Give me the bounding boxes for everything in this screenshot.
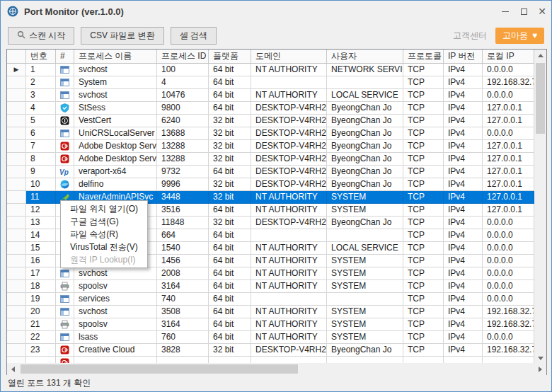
cell-domain[interactable] (251, 76, 327, 89)
cell-protocol[interactable]: TCP (403, 242, 444, 255)
cell-local_ip[interactable]: 0.0.0.0 (483, 127, 534, 140)
cell-pid[interactable]: 13288 (157, 153, 209, 166)
cell-platform[interactable]: 64 bit (209, 64, 251, 76)
default-app-icon[interactable] (56, 267, 74, 280)
adobe-icon[interactable] (56, 344, 74, 357)
context-menu-item[interactable]: 파일 위치 열기(O) (61, 202, 147, 215)
row-selector[interactable] (7, 344, 26, 357)
cell-name[interactable]: Creative Cloud (74, 344, 157, 357)
cell-platform[interactable]: 32 bit (209, 191, 251, 204)
printer-icon[interactable] (56, 280, 74, 293)
table-row[interactable]: 23Creative Cloud382832 bitDESKTOP-V4RH2F… (7, 344, 534, 357)
cell-user[interactable]: SYSTEM (327, 306, 403, 318)
cell-domain[interactable]: NT AUTHORITY (251, 306, 327, 318)
cell-no[interactable]: 3 (26, 89, 56, 102)
cell-domain[interactable]: NT AUTHORITY (251, 64, 327, 76)
cell-ip_version[interactable]: IPv4 (444, 166, 483, 178)
scroll-right-button[interactable] (534, 363, 546, 375)
cell-no[interactable]: 9 (26, 166, 56, 178)
row-selector[interactable] (7, 217, 26, 229)
cell-search-button[interactable]: 셀 검색 (171, 27, 217, 45)
cell-pid[interactable]: 1456 (157, 255, 209, 267)
scroll-up-button[interactable] (534, 50, 546, 62)
support-center-link[interactable]: 고객센터 (453, 30, 487, 42)
cell-platform[interactable]: 64 bit (209, 89, 251, 102)
cell-protocol[interactable]: TCP (403, 64, 444, 76)
cell-local_ip[interactable]: 127.0.0.1 (483, 166, 534, 178)
table-row[interactable]: ▶1svchost10064 bitNT AUTHORITYNETWORK SE… (7, 64, 534, 76)
cell-local_ip[interactable]: 0.0.0.0 (483, 255, 534, 267)
cell-ip_version[interactable]: IPv4 (444, 204, 483, 217)
cell-local_ip[interactable]: 127.0.0.1 (483, 140, 534, 153)
cell-domain[interactable]: NT AUTHORITY (251, 89, 327, 102)
horizontal-scrollbar[interactable] (7, 363, 546, 375)
cell-no[interactable]: 5 (26, 115, 56, 127)
row-selector[interactable] (7, 255, 26, 267)
cell-platform[interactable]: 32 bit (209, 140, 251, 153)
cell-no[interactable]: 6 (26, 127, 56, 140)
cell-no[interactable]: 18 (26, 280, 56, 293)
csv-convert-button[interactable]: CSV 파일로 변환 (81, 27, 163, 45)
cell-platform[interactable] (209, 357, 251, 363)
cell-user[interactable]: ByeongChan Jo (327, 127, 403, 140)
table-row[interactable]: 10delfino999632 bitDESKTOP-V4RH2FTByeong… (7, 178, 534, 191)
cell-ip_version[interactable]: IPv4 (444, 178, 483, 191)
cell-user[interactable]: SYSTEM (327, 191, 403, 204)
cell-no[interactable]: 19 (26, 293, 56, 306)
cell-name[interactable]: System (74, 76, 157, 89)
default-app-icon[interactable] (56, 306, 74, 318)
column-header-local_ip[interactable]: 로컬 IP (483, 50, 534, 63)
cell-protocol[interactable]: TCP (403, 191, 444, 204)
column-header-name[interactable]: 프로세스 이름 (74, 50, 157, 63)
row-selector[interactable] (7, 115, 26, 127)
cell-no[interactable]: 16 (26, 255, 56, 267)
vertical-scroll-thumb[interactable] (536, 63, 545, 134)
column-header-ip_version[interactable]: IP 버전 (444, 50, 483, 63)
row-selector[interactable] (7, 357, 26, 363)
cell-pid[interactable]: 3828 (157, 344, 209, 357)
cell-domain[interactable]: NT AUTHORITY (251, 318, 327, 331)
row-selector[interactable] (7, 242, 26, 255)
table-row[interactable]: 21spoolsv316464 bitNT AUTHORITYSYSTEMTCP… (7, 318, 534, 331)
cell-name[interactable]: UniCRSLocalServer (74, 127, 157, 140)
cell-platform[interactable]: 64 bit (209, 242, 251, 255)
adobe-icon[interactable] (56, 140, 74, 153)
cell-protocol[interactable]: TCP (403, 153, 444, 166)
cell-pid[interactable] (157, 357, 209, 363)
cell-ip_version[interactable]: IPv4 (444, 318, 483, 331)
cell-local_ip[interactable]: 0.0.0.0 (483, 280, 534, 293)
cell-domain[interactable]: DESKTOP-V4RH2FT (251, 217, 327, 229)
cell-protocol[interactable]: TCP (403, 293, 444, 306)
adobe-icon[interactable] (56, 357, 74, 363)
cell-user[interactable] (327, 357, 403, 363)
cell-platform[interactable]: 64 bit (209, 166, 251, 178)
cell-user[interactable]: ByeongChan Jo (327, 178, 403, 191)
cell-ip_version[interactable]: IPv4 (444, 267, 483, 280)
cell-no[interactable]: 2 (26, 76, 56, 89)
table-row[interactable]: 7Adobe Desktop Service1328832 bitDESKTOP… (7, 140, 534, 153)
table-row[interactable]: 18spoolsv316464 bitNT AUTHORITYSYSTEMTCP… (7, 280, 534, 293)
vestcert-icon[interactable] (56, 115, 74, 127)
table-row[interactable]: 2System464 bitTCPIPv4192.168.32.7 (7, 76, 534, 89)
cell-ip_version[interactable]: IPv4 (444, 127, 483, 140)
cell-protocol[interactable]: TCP (403, 217, 444, 229)
cell-pid[interactable]: 1540 (157, 242, 209, 255)
cell-no[interactable]: 17 (26, 267, 56, 280)
cell-protocol[interactable]: TCP (403, 280, 444, 293)
cell-pid[interactable]: 3516 (157, 204, 209, 217)
cell-platform[interactable]: 64 bit (209, 293, 251, 306)
cell-ip_version[interactable]: IPv4 (444, 191, 483, 204)
cell-protocol[interactable]: TCP (403, 166, 444, 178)
cell-domain[interactable]: DESKTOP-V4RH2FT (251, 344, 327, 357)
cell-protocol[interactable]: TCP (403, 115, 444, 127)
cell-local_ip[interactable]: 127.0.0.1 (483, 115, 534, 127)
cell-domain[interactable] (251, 293, 327, 306)
cell-protocol[interactable]: TCP (403, 140, 444, 153)
cell-local_ip[interactable]: 0.0.0.0 (483, 242, 534, 255)
cell-name[interactable]: spoolsv (74, 280, 157, 293)
cell-platform[interactable]: 64 bit (209, 102, 251, 115)
row-selector[interactable] (7, 280, 26, 293)
cell-name[interactable]: svchost (74, 267, 157, 280)
row-selector[interactable] (7, 293, 26, 306)
cell-name[interactable]: StSess (74, 102, 157, 115)
